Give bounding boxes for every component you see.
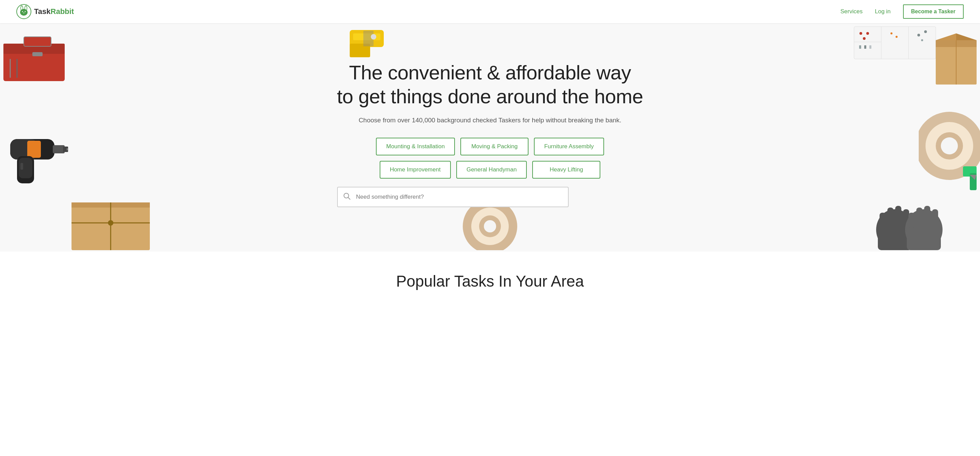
hero-content: The convenient & affordable way to get t… — [337, 61, 643, 207]
staple-gun-decoration — [343, 23, 391, 65]
svg-rect-12 — [32, 52, 43, 56]
drill-decoration — [0, 119, 68, 195]
popular-tasks-section: Popular Tasks In Your Area — [0, 252, 980, 304]
svg-point-24 — [859, 32, 862, 35]
popular-tasks-title: Popular Tasks In Your Area — [7, 272, 973, 290]
svg-line-78 — [348, 197, 350, 199]
home-improvement-button[interactable]: Home Improvement — [380, 161, 451, 179]
svg-point-28 — [896, 36, 897, 38]
svg-rect-32 — [859, 45, 861, 49]
svg-rect-45 — [53, 145, 65, 153]
svg-rect-33 — [864, 45, 866, 49]
screws-box-decoration — [851, 23, 939, 62]
svg-rect-47 — [67, 148, 68, 150]
login-nav-link[interactable]: Log in — [875, 8, 891, 15]
svg-rect-68 — [888, 207, 894, 226]
svg-point-26 — [863, 37, 865, 40]
taskrabbit-logo-icon — [16, 4, 31, 19]
svg-rect-42 — [27, 141, 41, 158]
nav-right: Services Log in Become a Tasker — [840, 5, 964, 19]
svg-point-7 — [25, 11, 26, 12]
svg-point-19 — [371, 34, 376, 40]
hero-subtitle: Choose from over 140,000 background chec… — [337, 116, 643, 124]
mounting-installation-button[interactable]: Mounting & Installation — [376, 138, 455, 155]
service-buttons-row1: Mounting & Installation Moving & Packing… — [376, 138, 604, 155]
svg-point-64 — [484, 220, 496, 233]
search-input[interactable] — [337, 187, 569, 207]
general-handyman-button[interactable]: General Handyman — [456, 161, 527, 179]
svg-point-8 — [23, 13, 24, 13]
svg-marker-37 — [936, 33, 956, 40]
heavy-lifting-button[interactable]: Heavy Lifting — [532, 161, 600, 179]
svg-rect-20 — [854, 27, 936, 59]
svg-point-25 — [866, 32, 869, 35]
svg-rect-48 — [21, 163, 23, 170]
logo[interactable]: TaskRabbit — [16, 4, 74, 19]
svg-rect-67 — [880, 213, 886, 228]
navbar: TaskRabbit Services Log in Become a Task… — [0, 0, 980, 23]
svg-point-5 — [20, 9, 28, 16]
furniture-assembly-button[interactable]: Furniture Assembly — [534, 138, 604, 155]
package-decoration — [68, 196, 153, 252]
svg-rect-76 — [932, 209, 938, 226]
search-container — [337, 187, 569, 207]
toolbox-decoration — [0, 23, 75, 91]
moving-packing-button[interactable]: Moving & Packing — [460, 138, 528, 155]
svg-marker-38 — [956, 33, 977, 40]
service-buttons-container: Mounting & Installation Moving & Packing… — [337, 138, 643, 179]
search-icon — [343, 193, 351, 201]
services-nav-link[interactable]: Services — [840, 8, 862, 15]
become-tasker-button[interactable]: Become a Tasker — [903, 5, 964, 19]
hero-section: The convenient & affordable way to get t… — [0, 23, 980, 252]
svg-rect-34 — [869, 45, 871, 49]
svg-point-6 — [22, 11, 23, 12]
svg-rect-74 — [916, 207, 923, 226]
svg-point-60 — [108, 220, 113, 226]
svg-point-30 — [924, 30, 927, 33]
service-buttons-row2: Home Improvement General Handyman Heavy … — [380, 161, 601, 179]
svg-rect-75 — [924, 206, 930, 226]
svg-point-29 — [917, 34, 920, 37]
svg-rect-69 — [895, 206, 901, 226]
svg-rect-73 — [908, 213, 915, 228]
svg-rect-11 — [24, 37, 51, 46]
gloves-decoration — [871, 196, 946, 252]
cardboard-box-decoration — [929, 23, 980, 86]
hero-title: The convenient & affordable way to get t… — [337, 61, 643, 108]
svg-point-27 — [891, 32, 892, 34]
tape-roll-decoration — [919, 91, 980, 195]
svg-point-52 — [941, 137, 958, 155]
svg-point-31 — [921, 39, 923, 41]
logo-text: TaskRabbit — [34, 7, 74, 16]
